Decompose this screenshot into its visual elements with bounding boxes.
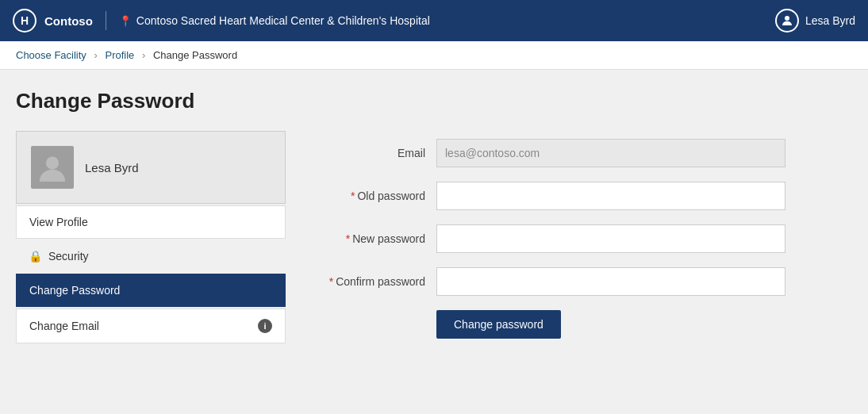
content-area: Lesa Byrd View Profile 🔒 Security Change… <box>16 131 852 345</box>
breadcrumb-profile[interactable]: Profile <box>105 49 134 61</box>
app-header: H Contoso 📍 Contoso Sacred Heart Medical… <box>0 0 868 41</box>
security-section-header: 🔒 Security <box>16 240 286 272</box>
brand-name: Contoso <box>44 14 93 28</box>
breadcrumb-current: Change Password <box>153 49 237 61</box>
header-username: Lesa Byrd <box>805 14 855 27</box>
breadcrumb-choose-facility[interactable]: Choose Facility <box>16 49 86 61</box>
sidebar-avatar <box>31 146 74 189</box>
new-password-label: *New password <box>309 232 436 245</box>
app-logo: H <box>13 9 36 33</box>
confirm-password-row: *Confirm password <box>309 267 852 296</box>
change-password-button[interactable]: Change password <box>436 310 561 339</box>
old-password-field[interactable] <box>436 182 785 210</box>
required-marker-1: * <box>351 190 355 202</box>
view-profile-button[interactable]: View Profile <box>16 205 286 239</box>
confirm-password-label: *Confirm password <box>309 275 436 288</box>
facility-info: 📍 Contoso Sacred Heart Medical Center & … <box>119 14 430 27</box>
old-password-row: *Old password <box>309 182 852 210</box>
sidebar-user-card: Lesa Byrd <box>16 131 286 204</box>
email-label: Email <box>309 147 436 159</box>
svg-point-0 <box>785 16 789 21</box>
new-password-row: *New password <box>309 224 852 253</box>
header-user-section: Lesa Byrd <box>775 9 855 33</box>
change-password-nav-item[interactable]: Change Password <box>16 274 286 307</box>
breadcrumb-sep-2: › <box>142 49 145 61</box>
pin-icon: 📍 <box>119 15 132 27</box>
breadcrumb: Choose Facility › Profile › Change Passw… <box>0 41 868 70</box>
change-email-nav-item[interactable]: Change Email i <box>16 309 286 343</box>
new-password-field[interactable] <box>436 224 785 253</box>
change-email-label: Change Email <box>29 320 99 332</box>
sidebar: Lesa Byrd View Profile 🔒 Security Change… <box>16 131 286 345</box>
required-marker-3: * <box>329 275 333 288</box>
old-password-label: *Old password <box>309 190 436 202</box>
view-profile-label: View Profile <box>29 216 88 228</box>
lock-icon: 🔒 <box>29 250 42 263</box>
change-password-form: Email *Old password *New password * <box>309 131 852 345</box>
sidebar-username: Lesa Byrd <box>85 161 139 174</box>
logo-letter: H <box>21 14 29 27</box>
required-marker-2: * <box>346 232 350 245</box>
page-title: Change Password <box>16 89 852 113</box>
svg-point-1 <box>46 157 59 170</box>
change-password-label: Change Password <box>29 284 120 297</box>
user-avatar-icon <box>775 9 799 33</box>
breadcrumb-sep-1: › <box>94 49 98 61</box>
email-field <box>436 139 785 167</box>
security-label: Security <box>48 250 89 263</box>
confirm-password-field[interactable] <box>436 267 785 296</box>
email-row: Email <box>309 139 852 167</box>
facility-name: Contoso Sacred Heart Medical Center & Ch… <box>136 14 430 27</box>
info-icon: i <box>258 319 272 333</box>
form-actions: Change password <box>309 310 852 339</box>
header-divider <box>106 11 106 30</box>
main-content: Change Password Lesa Byrd View Profile 🔒… <box>0 70 868 412</box>
